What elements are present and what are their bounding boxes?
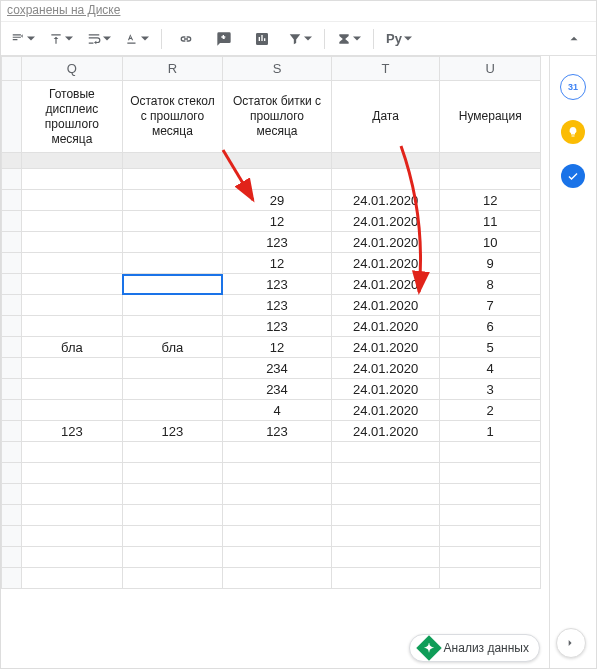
col-header-r[interactable]: R: [122, 57, 223, 81]
cell[interactable]: [122, 526, 223, 547]
cell-s[interactable]: 29: [223, 190, 332, 211]
grid-wrap[interactable]: Q R S T U Готовые дисплеис прошлого меся…: [1, 56, 549, 668]
cell[interactable]: [440, 463, 541, 484]
row-marker[interactable]: [2, 295, 22, 316]
col-header-t[interactable]: T: [331, 57, 440, 81]
cell-q[interactable]: [22, 379, 123, 400]
cell[interactable]: [440, 547, 541, 568]
cell[interactable]: [223, 505, 332, 526]
cell[interactable]: [331, 568, 440, 589]
cell-q[interactable]: [22, 190, 123, 211]
cell[interactable]: [122, 547, 223, 568]
cell-s[interactable]: 234: [223, 379, 332, 400]
cell-r[interactable]: [122, 253, 223, 274]
cell-q[interactable]: [22, 400, 123, 421]
cell-t[interactable]: 24.01.2020: [331, 295, 440, 316]
row-marker[interactable]: [2, 547, 22, 568]
spreadsheet-grid[interactable]: Q R S T U Готовые дисплеис прошлого меся…: [1, 56, 541, 589]
header-s[interactable]: Остаток битки с прошлого месяца: [223, 81, 332, 153]
cell[interactable]: [440, 526, 541, 547]
cell-r[interactable]: [122, 358, 223, 379]
cell-r[interactable]: [122, 274, 223, 295]
script-button[interactable]: Py: [382, 26, 416, 52]
collapse-toolbar-button[interactable]: [558, 26, 590, 52]
cell-t[interactable]: 24.01.2020: [331, 400, 440, 421]
cell-u[interactable]: 11: [440, 211, 541, 232]
cell-q[interactable]: [22, 232, 123, 253]
vertical-align-button[interactable]: [45, 26, 77, 52]
cell-t[interactable]: 24.01.2020: [331, 211, 440, 232]
cell[interactable]: [223, 484, 332, 505]
cell-s[interactable]: 4: [223, 400, 332, 421]
cell[interactable]: [22, 568, 123, 589]
cell[interactable]: [22, 505, 123, 526]
cell[interactable]: [440, 505, 541, 526]
cell-s[interactable]: 234: [223, 358, 332, 379]
cell[interactable]: [440, 484, 541, 505]
cell-q[interactable]: [22, 253, 123, 274]
cell-r[interactable]: [122, 190, 223, 211]
cell-s[interactable]: [223, 169, 332, 190]
cell-t[interactable]: 24.01.2020: [331, 274, 440, 295]
cell-u[interactable]: 7: [440, 295, 541, 316]
cell-u[interactable]: [440, 169, 541, 190]
row-marker[interactable]: [2, 484, 22, 505]
cell[interactable]: [223, 463, 332, 484]
cell[interactable]: [331, 463, 440, 484]
cell[interactable]: [122, 442, 223, 463]
cell[interactable]: [223, 547, 332, 568]
cell-u[interactable]: 3: [440, 379, 541, 400]
insert-chart-button[interactable]: [246, 26, 278, 52]
tasks-icon[interactable]: [561, 164, 585, 188]
row-marker[interactable]: [2, 379, 22, 400]
cell[interactable]: [440, 442, 541, 463]
cell[interactable]: [22, 442, 123, 463]
corner-cell[interactable]: [2, 57, 22, 81]
cell[interactable]: [22, 526, 123, 547]
cell-t[interactable]: 24.01.2020: [331, 232, 440, 253]
row-marker[interactable]: [2, 316, 22, 337]
cell-r[interactable]: [122, 211, 223, 232]
text-direction-button[interactable]: [7, 26, 39, 52]
insert-comment-button[interactable]: [208, 26, 240, 52]
cell-s[interactable]: 123: [223, 316, 332, 337]
cell[interactable]: [223, 568, 332, 589]
col-header-u[interactable]: U: [440, 57, 541, 81]
cell-q[interactable]: [22, 358, 123, 379]
row-marker[interactable]: [2, 337, 22, 358]
cell-q[interactable]: 123: [22, 421, 123, 442]
row-marker[interactable]: [2, 442, 22, 463]
col-header-q[interactable]: Q: [22, 57, 123, 81]
cell-r[interactable]: [122, 295, 223, 316]
cell-r[interactable]: 123: [122, 421, 223, 442]
cell[interactable]: [331, 505, 440, 526]
cell[interactable]: [122, 463, 223, 484]
cell-u[interactable]: 8: [440, 274, 541, 295]
save-status[interactable]: сохранены на Диске: [7, 3, 120, 17]
cell[interactable]: [122, 568, 223, 589]
cell[interactable]: [331, 526, 440, 547]
row-marker[interactable]: [2, 190, 22, 211]
text-rotation-button[interactable]: [121, 26, 153, 52]
cell-u[interactable]: 1: [440, 421, 541, 442]
side-panel-toggle[interactable]: [556, 628, 586, 658]
cell-q[interactable]: [22, 211, 123, 232]
cell-q[interactable]: [22, 274, 123, 295]
cell-r[interactable]: [122, 169, 223, 190]
row-marker[interactable]: [2, 169, 22, 190]
cell-s[interactable]: 12: [223, 253, 332, 274]
cell[interactable]: [331, 484, 440, 505]
col-header-s[interactable]: S: [223, 57, 332, 81]
header-u[interactable]: Нумерация: [440, 81, 541, 153]
cell-t[interactable]: 24.01.2020: [331, 379, 440, 400]
cell-s[interactable]: 123: [223, 274, 332, 295]
cell-q[interactable]: [22, 316, 123, 337]
row-marker[interactable]: [2, 463, 22, 484]
row-marker[interactable]: [2, 81, 22, 153]
row-marker[interactable]: [2, 253, 22, 274]
cell-u[interactable]: 9: [440, 253, 541, 274]
cell-s[interactable]: 12: [223, 211, 332, 232]
calendar-icon[interactable]: 31: [560, 74, 586, 100]
row-marker[interactable]: [2, 400, 22, 421]
cell[interactable]: [122, 484, 223, 505]
